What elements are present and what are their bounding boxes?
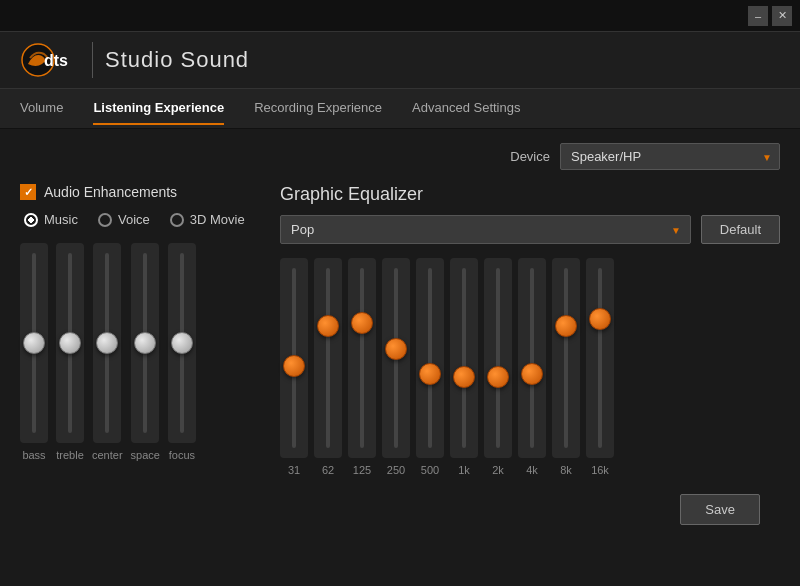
eq-label-31: 31 [288,464,300,476]
right-panel: Graphic Equalizer Pop Rock Jazz Classica… [280,184,780,476]
dts-logo: dts [20,42,80,78]
slider-focus: focus [168,243,196,461]
eq-slider-track-125[interactable] [348,258,376,458]
tab-recording[interactable]: Recording Experience [254,92,382,125]
eq-sliders: 31621252505001k2k4k8k16k [280,258,780,476]
preset-select[interactable]: Pop Rock Jazz Classical Flat [280,215,691,244]
device-select-wrapper: Speaker/HP Headphones HDMI [560,143,780,170]
slider-bass: bass [20,243,48,461]
logo-area: dts Studio Sound [20,42,249,78]
slider-focus-label: focus [169,449,195,461]
radio-music-label: Music [44,212,78,227]
radio-3dmovie[interactable]: 3D Movie [170,212,245,227]
eq-label-62: 62 [322,464,334,476]
slider-center-label: center [92,449,123,461]
eq-slider-track-2k[interactable] [484,258,512,458]
slider-treble: treble [56,243,84,461]
eq-controls: Pop Rock Jazz Classical Flat Default [280,215,780,244]
slider-treble-track[interactable] [56,243,84,443]
eq-slider-2k: 2k [484,258,512,476]
save-button[interactable]: Save [680,494,760,525]
eq-slider-track-500[interactable] [416,258,444,458]
device-label: Device [510,149,550,164]
device-select[interactable]: Speaker/HP Headphones HDMI [560,143,780,170]
eq-slider-track-1k[interactable] [450,258,478,458]
default-button[interactable]: Default [701,215,780,244]
eq-title: Graphic Equalizer [280,184,780,205]
eq-slider-250: 250 [382,258,410,476]
eq-slider-track-4k[interactable] [518,258,546,458]
svg-text:dts: dts [44,52,68,69]
save-row: Save [20,486,780,525]
eq-slider-4k: 4k [518,258,546,476]
eq-label-1k: 1k [458,464,470,476]
eq-slider-1k: 1k [450,258,478,476]
radio-row: Music Voice 3D Movie [20,212,280,227]
eq-slider-31: 31 [280,258,308,476]
eq-slider-500: 500 [416,258,444,476]
tab-listening[interactable]: Listening Experience [93,92,224,125]
slider-space-track[interactable] [131,243,159,443]
eq-label-250: 250 [387,464,405,476]
radio-voice[interactable]: Voice [98,212,150,227]
nav-tabs: Volume Listening Experience Recording Ex… [0,89,800,129]
tab-volume[interactable]: Volume [20,92,63,125]
device-row: Device Speaker/HP Headphones HDMI [20,143,780,170]
radio-voice-circle [98,213,112,227]
eq-label-4k: 4k [526,464,538,476]
slider-center-track[interactable] [93,243,121,443]
minimize-button[interactable]: – [748,6,768,26]
eq-label-8k: 8k [560,464,572,476]
eq-slider-125: 125 [348,258,376,476]
radio-3dmovie-label: 3D Movie [190,212,245,227]
eq-slider-8k: 8k [552,258,580,476]
close-button[interactable]: ✕ [772,6,792,26]
left-panel: Audio Enhancements Music Voice 3D Movie [20,184,280,476]
radio-voice-label: Voice [118,212,150,227]
eq-label-125: 125 [353,464,371,476]
title-bar: – ✕ [0,0,800,32]
eq-slider-track-8k[interactable] [552,258,580,458]
eq-slider-track-16k[interactable] [586,258,614,458]
slider-bass-label: bass [22,449,45,461]
eq-slider-track-250[interactable] [382,258,410,458]
slider-space-label: space [131,449,160,461]
preset-select-wrapper: Pop Rock Jazz Classical Flat [280,215,691,244]
slider-center: center [92,243,123,461]
eq-slider-track-31[interactable] [280,258,308,458]
tab-advanced[interactable]: Advanced Settings [412,92,520,125]
left-sliders: bass treble [20,243,280,461]
audio-enhancements-label: Audio Enhancements [44,184,177,200]
two-col-layout: Audio Enhancements Music Voice 3D Movie [20,184,780,476]
slider-focus-track[interactable] [168,243,196,443]
app-header: dts Studio Sound [0,32,800,89]
eq-label-500: 500 [421,464,439,476]
radio-music-circle [24,213,38,227]
eq-slider-16k: 16k [586,258,614,476]
slider-bass-track[interactable] [20,243,48,443]
slider-treble-label: treble [56,449,84,461]
main-content: Device Speaker/HP Headphones HDMI Audio … [0,129,800,539]
app-title: Studio Sound [105,47,249,73]
eq-label-2k: 2k [492,464,504,476]
header-divider [92,42,93,78]
radio-3dmovie-circle [170,213,184,227]
slider-space: space [131,243,160,461]
eq-label-16k: 16k [591,464,609,476]
eq-slider-track-62[interactable] [314,258,342,458]
radio-music[interactable]: Music [24,212,78,227]
audio-enhancements-checkbox[interactable] [20,184,36,200]
eq-slider-62: 62 [314,258,342,476]
audio-enhancements-row: Audio Enhancements [20,184,280,200]
